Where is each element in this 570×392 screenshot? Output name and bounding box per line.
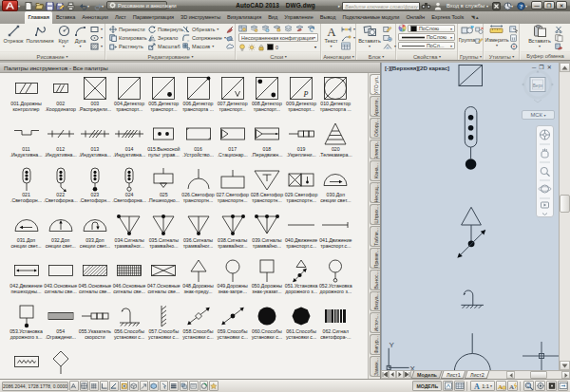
annotation-autoscale-button[interactable]: A (507, 381, 518, 391)
palette-tool-062[interactable]: 062.Сигналсветофора-... (318, 304, 353, 341)
ribbon-tab-Параметризация[interactable]: Параметризация (129, 11, 177, 24)
layer-match-button[interactable] (295, 24, 304, 32)
palette-tool-053[interactable]: 053.Установкадорожного з... (9, 304, 44, 341)
status-toggle-dyn[interactable] (160, 381, 169, 391)
palette-tool-020[interactable]: 020.Телекамера... (318, 121, 353, 159)
palette-tool-026[interactable]: 026.Светофортранспортн... (180, 167, 216, 204)
revcloud-button[interactable] (226, 42, 234, 50)
color-wheel-icon[interactable] (398, 24, 407, 32)
symbol-traffic-light[interactable] (465, 107, 477, 170)
hatch-button[interactable]: ▾ (90, 42, 103, 50)
dimension-button[interactable]: ▾ (341, 25, 355, 33)
insert-block-button[interactable]: Вставить▾ (359, 25, 380, 48)
palette-header[interactable]: Палитры инструментов - Все палитры (0, 63, 380, 73)
palette-tool-015[interactable]: 015.Выноснойпульт управ... (146, 121, 181, 159)
copy-clip-button[interactable] (555, 33, 563, 42)
palette-tool-005[interactable]: 005.Детектортранспорт... (146, 76, 181, 113)
palette-tab-Кана[interactable]: Кана... (370, 160, 381, 181)
palette-tool-018[interactable]: 018.Передвижн... (249, 121, 284, 159)
paste-button[interactable]: Вставить▾ (529, 25, 550, 48)
panel-draw-label[interactable]: Рисование ▾ (0, 51, 104, 60)
status-toggle-ducs[interactable] (149, 381, 159, 391)
palette-tool-056[interactable]: 056.Способыустановки с... (112, 304, 147, 341)
maximize-button[interactable]: ❐ (543, 1, 555, 9)
help-icon[interactable]: ? (517, 2, 525, 10)
ribbon-tab-Визуализация[interactable]: Визуализация (224, 11, 265, 24)
status-toggle-osnap[interactable] (120, 381, 129, 391)
palette-tool-060[interactable]: 060.Способыустановки с... (249, 304, 284, 341)
status-toggle-otrack[interactable] (140, 381, 149, 391)
quickview-layouts-button[interactable] (454, 381, 465, 391)
symbol-sign-install[interactable] (457, 207, 485, 257)
vertical-scroll-thumb[interactable] (560, 195, 570, 213)
panel-groups-label[interactable]: Группы ▾ (459, 51, 483, 60)
status-toggle-am[interactable] (209, 381, 218, 391)
layer-lock-button[interactable] (273, 24, 281, 32)
polyline-button[interactable]: Полилиния (26, 25, 54, 45)
palette-tool-024[interactable]: 024.Светофорна... (112, 167, 147, 204)
workspace-caret-icon[interactable]: ▾ (169, 4, 171, 9)
palette-tool-010[interactable]: 010.Детектортранспорта ... (318, 76, 353, 113)
palette-tool-059[interactable]: 059.Способыустановки с... (215, 304, 250, 341)
rectangle-button[interactable]: ▾ (90, 25, 103, 33)
group-edit-button[interactable] (475, 36, 484, 45)
palette-tool-058[interactable]: 058.Способыустановки с... (180, 304, 216, 341)
cut-button[interactable] (555, 25, 563, 33)
palette-tool-009[interactable]: P009.Детектортранспорт... (284, 76, 319, 113)
search-input[interactable]: Введите ключевое слово/фразу (342, 2, 420, 10)
layout-next-button[interactable] (396, 371, 404, 379)
undo-icon[interactable] (79, 2, 87, 10)
status-toggle-infer[interactable] (69, 381, 79, 391)
circle-button[interactable]: Круг▾ (55, 25, 72, 48)
palette-tool-017[interactable]: 017.Стационар... (215, 121, 250, 159)
text-button[interactable]: A Текст▾ (323, 25, 339, 48)
panel-annotation-label[interactable]: Аннотации ▾ (322, 51, 355, 60)
close-button[interactable]: ✕ (556, 1, 567, 9)
palette-tool-054[interactable]: 054.Ограждени... (43, 304, 78, 341)
panel-modify-label[interactable]: Редактирование ▾ (106, 51, 235, 60)
layer-select-dropdown[interactable]: 0 (238, 43, 278, 51)
fillet-button[interactable]: Сопряжение▾ (182, 33, 226, 42)
palette-tool-016[interactable]: 016.Устройство... (180, 121, 216, 159)
ribbon-tab-Вывод[interactable]: Вывод (316, 11, 339, 24)
comm-caret-icon[interactable]: ▾ (511, 4, 513, 9)
palette-tool-011[interactable]: 011.Индуктивна... (9, 121, 44, 159)
redo-caret-icon[interactable]: ▾ (102, 4, 104, 9)
id-point-button[interactable] (509, 42, 519, 50)
status-toggle-grid[interactable] (89, 381, 99, 391)
match-prop2-button[interactable] (555, 42, 563, 50)
palette-tab-Несущ[interactable]: Несущ... (370, 182, 381, 203)
palette-tool-012[interactable]: 012.Индуктивна... (43, 121, 78, 159)
palette-tool-032[interactable]: 032.Допсекции свет... (43, 213, 78, 250)
palette-tool-041[interactable]: 041.Движениетранспорт.с... (318, 213, 353, 250)
palette-tab-Приме[interactable]: Приме... (370, 248, 381, 269)
wcs-dropdown[interactable]: МСК ▾ (522, 110, 555, 120)
palette-tab-Фигур[interactable]: Фигур... (370, 334, 381, 355)
block-create-button[interactable] (383, 33, 392, 42)
palette-tab-Штрих[interactable]: Штрих... (370, 204, 381, 225)
palette-tool-028[interactable]: 028.Светофортранспортн... (249, 167, 284, 204)
palette-tab-Архите[interactable]: Архите... (370, 96, 381, 117)
palette-tool-052[interactable]: 052.Установкадорожного з... (318, 258, 353, 295)
palette-tool-021[interactable]: 021.Светофорн... (9, 167, 44, 204)
move-button[interactable]: Перенести (109, 25, 145, 33)
signin-caret-icon[interactable]: ▾ (486, 4, 488, 9)
status-toggle-polar[interactable] (109, 381, 119, 391)
layout-tab-Модель[interactable]: Модель (411, 371, 442, 379)
scroll-up-button[interactable] (560, 63, 570, 72)
arc-button[interactable]: Дуга▾ (73, 25, 87, 48)
palette-tool-035[interactable]: 035.Сигналытрамвайно... (146, 213, 181, 250)
ribbon-tab-Express Tools[interactable]: Express Tools (428, 11, 467, 24)
ribbon-tab-Вид[interactable]: Вид (265, 11, 281, 24)
palette-tool-001[interactable]: 001.Дорожныконтроллер (9, 76, 44, 113)
palette-tool-008[interactable]: 008.Детектортранспорт... (249, 76, 284, 113)
lineweight-dropdown[interactable]: ПоСлою▾ (398, 33, 455, 41)
status-toggle-qp[interactable] (189, 381, 199, 391)
palette-tool-048[interactable]: 048.Дорожнызнак-преду... (180, 258, 216, 295)
annotation-visibility-button[interactable]: A (496, 381, 506, 391)
palette-tool-055[interactable]: 055.Указательскорости (77, 304, 112, 341)
quickview-drawings-button[interactable]: Q (523, 381, 534, 391)
layer-freeze-button[interactable] (261, 24, 270, 32)
clean-screen-button[interactable] (558, 381, 568, 391)
palette-tool-051[interactable]: 051.Установкадорожного з... (284, 258, 319, 295)
